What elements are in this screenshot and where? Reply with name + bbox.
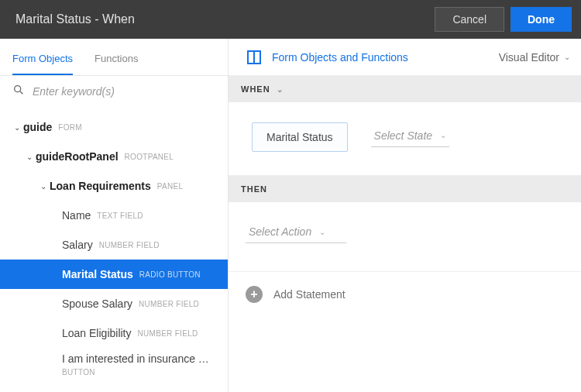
editor-mode-dropdown[interactable]: Visual Editor ⌄ [499,51,570,64]
add-statement-button[interactable]: + Add Statement [229,272,581,317]
chevron-down-icon: ⌄ [440,131,446,139]
when-section-header[interactable]: WHEN ⌄ [229,76,581,102]
tree-node-guide[interactable]: ⌄ guide FORM [0,112,228,142]
condition-field-chip[interactable]: Marital Status [252,122,348,152]
svg-line-1 [20,91,22,94]
tree-node-label: I am interested in insurance … [62,352,209,365]
tree-node-type: RADIO BUTTON [139,270,201,279]
plus-icon: + [246,286,263,303]
tree-node-type: BUTTON [62,368,222,377]
tab-functions[interactable]: Functions [95,53,138,75]
select-action-dropdown[interactable]: Select Action ⌄ [246,224,346,243]
select-state-label: Select State [374,129,433,142]
chevron-down-icon: ⌄ [23,153,36,161]
tree-node-type: PANEL [157,182,184,191]
search-icon [12,84,25,98]
tree-view[interactable]: ⌄ guide FORM ⌄ guideRootPanel ROOTPANEL … [0,109,228,392]
tree-node-marital-status[interactable]: Marital Status RADIO BUTTON [0,260,228,289]
page-title: Marital Status - When [15,12,428,26]
tree-node-loan-eligibility[interactable]: Loan Eligibility NUMBER FIELD [0,318,228,348]
tree-node-label: Salary [62,239,93,251]
chevron-down-icon: ⌄ [564,53,570,61]
tree-node-type: NUMBER FIELD [138,329,198,338]
then-label: THEN [241,184,267,194]
right-panel-title[interactable]: Form Objects and Functions [272,51,499,64]
chevron-down-icon: ⌄ [37,182,50,191]
tree-node-label: guide [23,121,52,133]
tree-node-type: NUMBER FIELD [99,241,160,249]
add-statement-label: Add Statement [273,288,346,301]
editor-mode-label: Visual Editor [499,51,559,64]
tree-node-type: ROOTPANEL [125,153,174,161]
form-objects-icon [247,50,261,64]
tree-node-loan-requirements[interactable]: ⌄ Loan Requirements PANEL [0,171,228,201]
tree-node-label: Loan Eligibility [62,327,132,339]
chevron-down-icon: ⌄ [11,123,23,132]
tree-node-rootpanel[interactable]: ⌄ guideRootPanel ROOTPANEL [0,142,228,171]
tree-node-type: TEXT FIELD [97,211,143,220]
chevron-down-icon: ⌄ [319,228,325,236]
tree-node-label: guideRootPanel [36,150,119,163]
done-button[interactable]: Done [511,7,572,32]
tree-node-type: NUMBER FIELD [139,300,199,308]
tree-node-label: Name [62,209,91,222]
tree-node-insurance-button[interactable]: I am interested in insurance … BUTTON [0,348,228,381]
tree-node-type: FORM [58,123,82,132]
tree-node-salary[interactable]: Salary NUMBER FIELD [0,230,228,260]
select-action-label: Select Action [249,225,311,238]
tree-node-spouse-salary[interactable]: Spouse Salary NUMBER FIELD [0,289,228,318]
tree-node-label: Marital Status [62,268,133,280]
tree-node-name[interactable]: Name TEXT FIELD [0,201,228,230]
search-input[interactable] [33,85,215,98]
svg-point-0 [15,86,21,92]
cancel-button[interactable]: Cancel [435,7,504,32]
then-section-header: THEN [229,176,581,202]
chevron-down-icon: ⌄ [277,85,284,94]
tab-form-objects[interactable]: Form Objects [12,53,73,75]
tree-node-label: Loan Requirements [50,180,151,192]
tree-node-label: Spouse Salary [62,297,132,310]
select-state-dropdown[interactable]: Select State ⌄ [371,128,450,147]
when-label: WHEN [241,84,270,94]
